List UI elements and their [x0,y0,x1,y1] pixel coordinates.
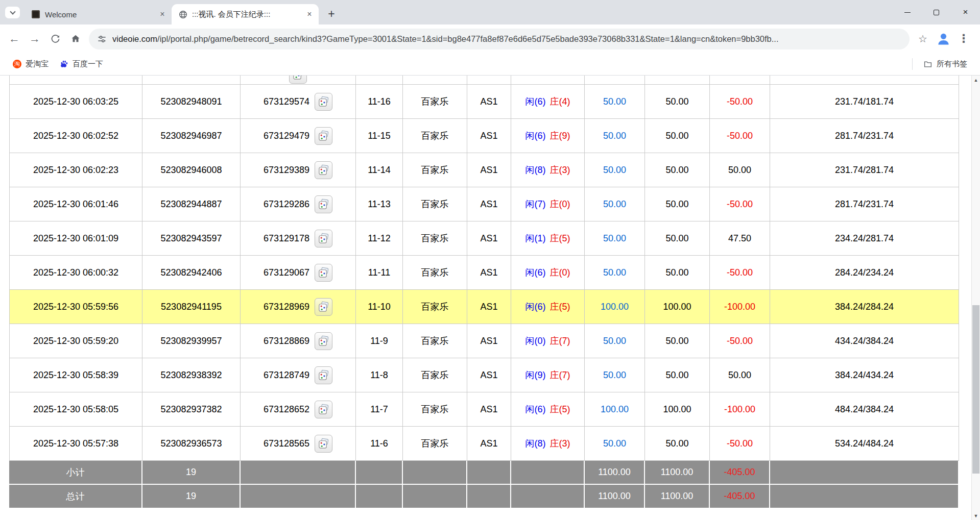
game-name: 百家乐 [403,256,467,289]
bookmark-aitaobao[interactable]: 淘 爱淘宝 [7,57,54,71]
game-number: 673129479 [264,131,309,141]
summary-row: 小计191100.001100.00-405.00 [9,461,959,485]
tab-search-button[interactable] [5,7,20,18]
valid-amount: 50.00 [645,187,710,221]
bet-record-row: 2025-12-30 06:00:32523082942406673129067… [9,256,959,290]
game-detail-dice-button[interactable] [315,93,332,111]
game-number: 673129286 [264,199,309,210]
minimize-button[interactable] [893,0,922,24]
scroll-up-icon[interactable]: ▲ [972,76,980,84]
tab-betrecord[interactable]: :::视讯. 会员下注纪录::: × [172,4,319,24]
player-result: 闲(6) [525,301,546,313]
order-number: 523082944887 [142,187,241,221]
game-detail-dice-button[interactable] [315,366,332,384]
tab-strip: Welcome × :::视讯. 会员下注纪录::: × + × [0,0,980,24]
banker-result: 庄(0) [550,266,570,279]
summary-empty-cell [467,485,511,508]
game-detail-dice-button[interactable] [315,298,332,316]
player-result: 闲(0) [525,335,546,347]
table-cell [356,76,403,84]
valid-amount: 100.00 [645,392,710,426]
table-name: AS1 [467,392,511,426]
balance: 231.74/281.74 [770,153,959,187]
menu-icon[interactable]: ⋮ [953,29,974,49]
banker-result: 庄(9) [550,130,570,142]
profile-avatar[interactable] [933,29,953,49]
player-result: 闲(8) [525,164,546,176]
game-detail-dice-button[interactable] [315,161,332,179]
game-detail-dice-button[interactable] [315,195,332,213]
player-result: 闲(6) [525,130,546,142]
scroll-down-icon[interactable]: ▼ [972,511,980,520]
round-number: 11-14 [356,153,403,187]
game-name: 百家乐 [403,324,467,358]
new-tab-button[interactable]: + [324,6,339,21]
bookmark-star-icon[interactable]: ☆ [913,29,933,49]
globe-icon [178,10,187,19]
bet-time: 2025-12-30 05:58:39 [9,358,142,392]
game-detail-dice-button[interactable] [289,76,307,84]
game-result: 闲(7)庄(0) [511,187,585,221]
game-result: 闲(0)庄(7) [511,324,585,358]
close-tab-icon[interactable]: × [157,9,168,19]
bet-time: 2025-12-30 05:59:20 [9,324,142,358]
table-name: AS1 [467,119,511,153]
bet-time: 2025-12-30 06:02:52 [9,119,142,153]
all-bookmarks-button[interactable]: 所有书签 [918,57,973,71]
baidu-paw-icon [60,60,68,68]
game-detail-dice-button[interactable] [315,264,332,282]
win-loss: 50.00 [710,358,770,392]
game-number: 673129067 [264,267,309,278]
player-result: 闲(1) [525,232,546,244]
address-bar[interactable]: videoie.com/ipl/portal.php/game/betrecor… [89,29,910,49]
back-button[interactable]: ← [4,29,25,49]
bet-amount: 50.00 [585,221,645,255]
folder-icon [923,60,933,69]
order-number: 523082946987 [142,119,241,153]
win-loss: -50.00 [710,119,770,153]
close-window-button[interactable]: × [951,0,980,24]
balance: 231.74/181.74 [770,85,959,118]
order-number: 523082941195 [142,290,241,324]
maximize-button[interactable] [922,0,951,24]
summary-empty-cell [403,461,467,484]
game-result: 闲(6)庄(9) [511,119,585,153]
bet-record-row: 2025-12-30 05:59:20523082939957673128869… [9,324,959,358]
site-settings-icon[interactable] [97,34,107,44]
order-number: 523082942406 [142,256,241,289]
game-detail-dice-button[interactable] [315,230,332,247]
bet-time: 2025-12-30 05:58:05 [9,392,142,426]
game-number-cell: 673128652 [241,392,356,426]
game-name: 百家乐 [403,187,467,221]
bookmark-label: 爱淘宝 [26,59,49,69]
player-result: 闲(9) [525,369,546,381]
forward-button[interactable]: → [25,29,45,49]
home-button[interactable] [65,29,86,49]
game-name: 百家乐 [403,119,467,153]
bet-amount: 50.00 [585,256,645,289]
game-detail-dice-button[interactable] [315,332,332,350]
tab-welcome[interactable]: Welcome × [25,4,172,24]
win-loss: 47.50 [710,221,770,255]
dice-icon [318,96,329,108]
summary-empty-cell [241,485,356,508]
win-loss: -50.00 [710,427,770,460]
player-result: 闲(6) [525,95,546,108]
game-detail-dice-button[interactable] [315,435,332,453]
scrollbar-thumb[interactable] [972,305,979,474]
game-detail-dice-button[interactable] [315,127,332,145]
bet-amount: 50.00 [585,358,645,392]
bookmark-baidu[interactable]: 百度一下 [54,57,109,71]
table-cell [142,76,241,84]
game-detail-dice-button[interactable] [315,401,332,418]
page-content: 2025-12-30 06:03:25523082948091673129574… [0,76,980,520]
vertical-scrollbar[interactable]: ▲ ▼ [971,76,980,520]
win-loss: -100.00 [710,392,770,426]
close-tab-icon[interactable]: × [304,9,315,19]
summary-empty-cell [467,461,511,484]
dice-icon [318,199,329,210]
valid-amount: 50.00 [645,427,710,460]
balance: 484.24/384.24 [770,392,959,426]
round-number: 11-12 [356,221,403,255]
refresh-button[interactable] [45,29,65,49]
